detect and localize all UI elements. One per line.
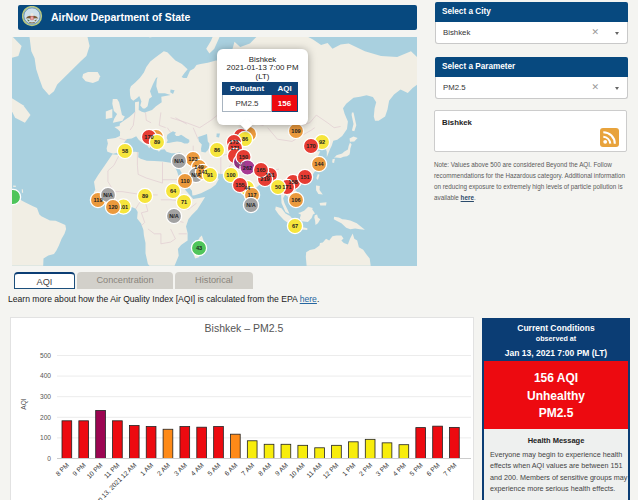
svg-text:AQI: AQI [20,398,28,410]
svg-text:N/A: N/A [246,202,256,208]
svg-text:170: 170 [144,134,153,140]
svg-text:2 AM: 2 AM [156,461,172,477]
svg-text:8 PM: 8 PM [54,461,70,477]
svg-text:11 AM: 11 AM [305,461,323,479]
svg-text:171: 171 [282,184,291,190]
svg-text:92: 92 [319,139,325,145]
svg-text:64: 64 [170,188,177,194]
svg-text:4 AM: 4 AM [189,461,205,477]
svg-text:1 AM: 1 AM [139,461,155,477]
svg-text:7 PM: 7 PM [442,461,458,477]
svg-text:3 AM: 3 AM [172,461,188,477]
svg-text:6 PM: 6 PM [425,461,441,477]
svg-text:91: 91 [207,172,213,178]
svg-text:43: 43 [196,245,202,251]
svg-text:2 PM: 2 PM [357,461,373,477]
svg-text:150: 150 [239,154,248,160]
svg-text:219: 219 [260,176,269,182]
svg-text:Bishkek – PM2.5: Bishkek – PM2.5 [205,322,284,334]
svg-text:10 PM: 10 PM [85,461,103,479]
svg-text:12 PM: 12 PM [321,461,339,479]
svg-text:4 PM: 4 PM [391,461,407,477]
svg-text:144: 144 [314,161,324,167]
svg-text:N/A: N/A [103,192,113,198]
svg-text:262: 262 [243,165,252,171]
svg-text:N/A: N/A [174,158,184,164]
svg-text:500: 500 [40,352,51,359]
svg-text:86: 86 [214,147,220,153]
svg-text:5 AM: 5 AM [206,461,222,477]
svg-text:110: 110 [180,178,189,184]
svg-text:151: 151 [300,174,309,180]
svg-text:117: 117 [247,192,256,198]
svg-text:119: 119 [93,197,102,203]
svg-text:89: 89 [154,139,160,145]
svg-text:86: 86 [242,136,248,142]
svg-text:100: 100 [40,434,51,441]
svg-text:200: 200 [40,414,51,421]
svg-text:89: 89 [142,193,148,199]
svg-text:7 AM: 7 AM [240,461,256,477]
svg-text:300: 300 [40,393,51,400]
svg-text:171: 171 [230,145,239,151]
svg-text:50: 50 [275,184,281,190]
svg-text:120: 120 [108,204,117,210]
svg-text:155: 155 [235,182,244,188]
svg-text:106: 106 [291,197,300,203]
svg-text:100: 100 [226,172,235,178]
svg-text:6 AM: 6 AM [223,461,239,477]
svg-text:67: 67 [292,223,298,229]
svg-text:8 AM: 8 AM [257,461,273,477]
svg-text:165: 165 [256,167,265,173]
svg-text:5 PM: 5 PM [408,461,424,477]
svg-text:170: 170 [306,143,315,149]
svg-text:123: 123 [188,156,197,162]
svg-text:71: 71 [181,199,187,205]
svg-text:44: 44 [244,185,251,191]
svg-text:1 PM: 1 PM [341,461,357,477]
svg-text:58: 58 [122,148,128,154]
svg-text:N/A: N/A [169,213,179,219]
svg-text:10 AM: 10 AM [288,461,306,479]
svg-text:0: 0 [47,455,51,462]
svg-text:3 PM: 3 PM [374,461,390,477]
svg-text:109: 109 [291,128,300,134]
svg-text:400: 400 [40,372,51,379]
